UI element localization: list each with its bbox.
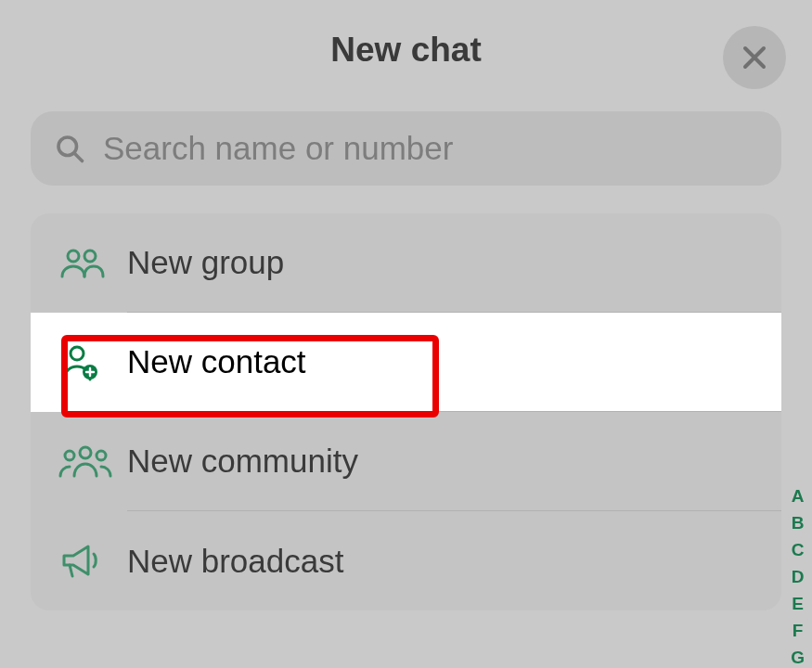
svg-point-4	[71, 347, 84, 360]
modal-title: New chat	[330, 31, 481, 70]
index-letter[interactable]: G	[789, 646, 806, 668]
index-letter[interactable]: B	[790, 511, 806, 534]
modal-header: New chat	[0, 0, 812, 100]
option-label: New group	[127, 213, 781, 313]
option-label: New community	[127, 412, 781, 511]
svg-point-7	[80, 447, 91, 458]
svg-point-3	[84, 250, 96, 262]
index-letter[interactable]: A	[790, 484, 806, 507]
option-label: New broadcast	[127, 511, 781, 610]
new-chat-modal: New chat New group	[0, 0, 812, 668]
community-icon	[57, 443, 127, 482]
alphabet-index: A B C D E F G	[789, 484, 806, 668]
svg-line-1	[74, 153, 82, 161]
add-contact-icon	[57, 342, 127, 383]
svg-point-6	[65, 451, 74, 460]
close-button[interactable]	[723, 26, 786, 89]
close-icon	[741, 44, 768, 71]
search-field-container[interactable]	[31, 111, 781, 186]
index-letter[interactable]: C	[790, 538, 806, 561]
svg-point-8	[97, 451, 106, 460]
new-broadcast-option[interactable]: New broadcast	[57, 511, 781, 610]
index-letter[interactable]: D	[790, 565, 806, 588]
new-group-option[interactable]: New group	[57, 213, 781, 313]
svg-point-2	[68, 250, 79, 262]
index-letter[interactable]: E	[790, 592, 806, 615]
megaphone-icon	[57, 541, 127, 582]
search-input[interactable]	[103, 130, 759, 167]
index-letter[interactable]: F	[791, 619, 806, 642]
search-icon	[53, 132, 86, 165]
group-icon	[57, 245, 127, 282]
options-list: New group New contact	[31, 213, 781, 610]
option-label: New contact	[127, 313, 781, 412]
new-community-option[interactable]: New community	[57, 412, 781, 511]
new-contact-option[interactable]: New contact	[31, 313, 781, 412]
